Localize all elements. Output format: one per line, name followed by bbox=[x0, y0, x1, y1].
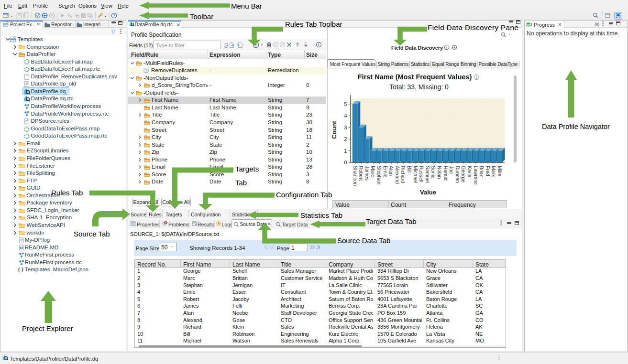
svg-text:Karla: Karla bbox=[467, 166, 473, 178]
svg-text:Ernie: Ernie bbox=[383, 166, 388, 178]
svg-text:?: ? bbox=[113, 13, 115, 18]
svg-text:Joe: Joe bbox=[449, 166, 454, 174]
svg-text:2: 2 bbox=[344, 136, 347, 142]
svg-text:Brian: Brian bbox=[479, 166, 485, 178]
svg-text:Shannon: Shannon bbox=[353, 166, 358, 186]
svg-text:Harald: Harald bbox=[443, 166, 449, 181]
svg-text:1: 1 bbox=[344, 148, 347, 154]
svg-text:Lawrenc: Lawrenc bbox=[473, 166, 479, 185]
svg-text:Russell: Russell bbox=[419, 166, 424, 182]
svg-text:3: 3 bbox=[344, 125, 347, 130]
svg-text:Nolan: Nolan bbox=[437, 166, 442, 179]
svg-text:George: George bbox=[461, 166, 466, 182]
svg-text:Robert: Robert bbox=[358, 166, 364, 181]
svg-text:Duncan: Duncan bbox=[455, 166, 461, 183]
svg-text:Alexand: Alexand bbox=[395, 166, 400, 184]
svg-text:Mike: Mike bbox=[497, 166, 503, 176]
svg-text:0: 0 bbox=[344, 160, 347, 165]
svg-text:Count: Count bbox=[331, 121, 338, 139]
svg-text:Bill: Bill bbox=[407, 166, 412, 172]
svg-text:Marc: Marc bbox=[370, 166, 376, 177]
svg-text:5: 5 bbox=[344, 101, 347, 107]
svg-text:Alan: Alan bbox=[388, 166, 394, 176]
svg-text:James: James bbox=[364, 166, 370, 181]
svg-text:Mark: Mark bbox=[491, 166, 496, 177]
svg-text:Michael: Michael bbox=[413, 166, 419, 183]
svg-text:Stephan: Stephan bbox=[376, 166, 382, 184]
svg-text:Richard: Richard bbox=[400, 166, 406, 183]
svg-text:4: 4 bbox=[344, 113, 347, 118]
svg-text:Sonia: Sonia bbox=[430, 166, 436, 179]
svg-text:Samuel: Samuel bbox=[425, 166, 430, 183]
svg-text:Fred: Fred bbox=[485, 166, 491, 176]
